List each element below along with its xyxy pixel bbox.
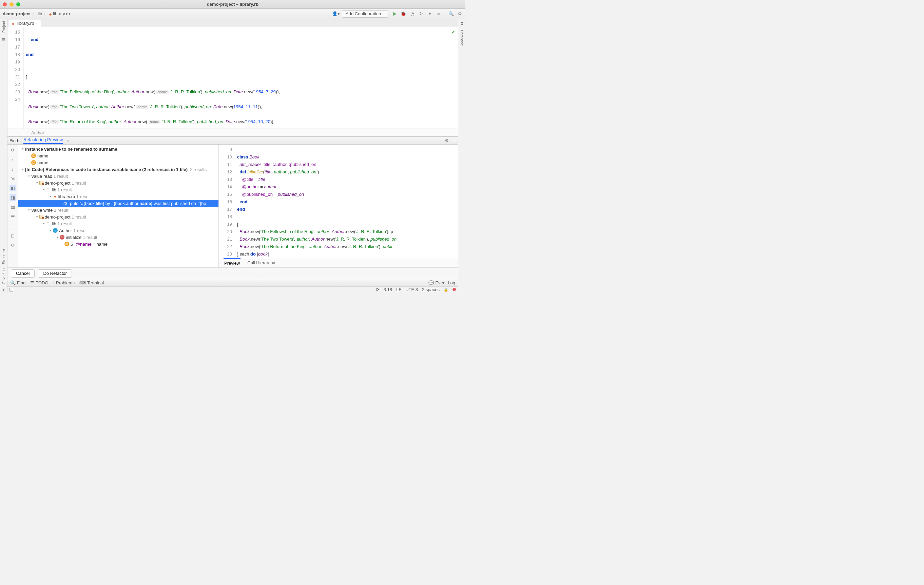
- breadcrumb: demo-project 〉 lib 〉 library.rb: [3, 11, 70, 17]
- footer-bar: ⟳ 3:18 LF UTF-8 2 spaces 🔒: [7, 286, 458, 292]
- folder-icon: 🗀: [46, 221, 51, 226]
- tree-file-read[interactable]: library.rb: [58, 194, 75, 199]
- pin-icon[interactable]: ◻: [10, 232, 16, 239]
- status-bar: 🔍 Find ☰ TODO ! Problems ⌨ Terminal 💬 Ev…: [7, 279, 458, 286]
- tree-project-write[interactable]: demo-project: [45, 215, 71, 220]
- find-minimize-icon[interactable]: —: [452, 138, 456, 143]
- indent-setting[interactable]: 2 spaces: [422, 287, 440, 292]
- run-icon[interactable]: [392, 12, 397, 16]
- editor[interactable]: 15161718192021222324 ✔ end end [ Book.ne…: [7, 27, 458, 129]
- favorites-icon: ★: [2, 288, 5, 292]
- left-tool-strip: Project ▤ Structure Favorites ★: [0, 19, 7, 292]
- sync-icon[interactable]: ⟳: [376, 287, 380, 292]
- cancel-button[interactable]: Cancel: [11, 269, 35, 278]
- tree-author-class[interactable]: Author: [59, 228, 72, 233]
- stop-icon[interactable]: ■: [436, 11, 441, 16]
- file-encoding[interactable]: UTF-8: [405, 287, 418, 292]
- do-refactor-button[interactable]: Do Refactor: [38, 269, 72, 278]
- project-icon: [40, 215, 43, 219]
- editor-tabs: library.rb ×: [7, 19, 458, 27]
- tree-name-item-1[interactable]: name: [37, 154, 48, 159]
- editor-breadcrumb[interactable]: Author: [7, 129, 458, 136]
- readonly-lock-icon[interactable]: 🔒: [444, 288, 449, 292]
- caret-position[interactable]: 3:18: [384, 287, 392, 292]
- tool-settings-icon[interactable]: ⚙: [10, 241, 16, 248]
- inspection-ok-icon[interactable]: ✔: [452, 28, 455, 36]
- settings-icon[interactable]: ⚙: [457, 11, 463, 16]
- main-toolbar: demo-project 〉 lib 〉 library.rb 👤▾ Add C…: [0, 9, 465, 19]
- close-preview-tab-icon[interactable]: ×: [67, 138, 69, 143]
- tree-lib-read[interactable]: lib: [52, 187, 56, 192]
- breadcrumb-project[interactable]: demo-project: [3, 11, 31, 16]
- run-targets-dropdown[interactable]: ▾: [427, 11, 432, 16]
- close-window-icon[interactable]: [3, 2, 7, 7]
- tree-selected-usage[interactable]: 23 puts "#{book.title} by #{book.author.…: [18, 200, 218, 207]
- problems-tool-window-button[interactable]: ! Problems: [53, 280, 74, 285]
- profiler-icon[interactable]: ↻: [418, 11, 424, 16]
- tree-value-read[interactable]: Value read: [31, 174, 52, 179]
- call-hierarchy-tab[interactable]: Call Hierarchy: [247, 259, 276, 267]
- tree-value-write[interactable]: Value write: [31, 208, 53, 213]
- error-indicator-icon[interactable]: [452, 287, 456, 292]
- filter-icon[interactable]: ☰: [10, 213, 16, 220]
- find-tool-window-button[interactable]: 🔍 Find: [10, 280, 25, 285]
- tool-window-quick-access-icon[interactable]: [10, 288, 13, 291]
- ruby-file-icon: ◆: [53, 195, 57, 198]
- editor-gutter: 15161718192021222324: [7, 27, 24, 129]
- tree-lib-write[interactable]: lib: [52, 221, 56, 226]
- favorites-tool-window-button[interactable]: Favorites: [2, 268, 6, 284]
- tree-name-item-2[interactable]: name: [37, 160, 48, 165]
- close-tab-icon[interactable]: ×: [36, 21, 38, 25]
- project-tool-window-button[interactable]: Project: [2, 21, 6, 33]
- tree-initialize-method[interactable]: initialize: [66, 235, 81, 240]
- refactoring-preview-tab[interactable]: Refactoring Preview: [23, 137, 63, 144]
- tree-write-usage[interactable]: 5 @name = name: [71, 241, 107, 247]
- navigate-down-icon[interactable]: ↓: [10, 165, 16, 172]
- database-icon[interactable]: ≣: [460, 21, 464, 26]
- navigate-up-icon[interactable]: ↑: [10, 156, 16, 163]
- preview-tabs: Preview Call Hierarchy: [219, 258, 458, 268]
- right-tool-strip: ≣ Database: [458, 19, 465, 292]
- run-configuration-dropdown[interactable]: Add Configuration...: [342, 10, 388, 18]
- window-title: demo-project – library.rb: [0, 2, 465, 7]
- find-toolbar: ⟳ ↑ ↓ ⇲ ◧ ◨ ▦ ☰ ⬚ ◻ ⚙: [7, 145, 18, 268]
- folder-icon: 🗀: [46, 187, 51, 192]
- find-panel-header: Find: Refactoring Preview × ⚙ —: [7, 136, 458, 145]
- event-log-button[interactable]: 💬 Event Log: [428, 280, 455, 285]
- editor-code[interactable]: ✔ end end [ Book.new( title 'The Fellows…: [24, 27, 458, 129]
- debug-icon[interactable]: 🐞: [401, 11, 406, 16]
- user-switcher-icon[interactable]: 👤▾: [332, 11, 340, 16]
- structure-tool-window-button[interactable]: Structure: [2, 249, 6, 264]
- zoom-window-icon[interactable]: [16, 2, 20, 7]
- window-titlebar: demo-project – library.rb: [0, 0, 465, 9]
- project-files-icon[interactable]: ▤: [2, 36, 5, 41]
- terminal-tool-window-button[interactable]: ⌨ Terminal: [79, 280, 104, 285]
- breadcrumb-folder[interactable]: lib: [38, 11, 42, 16]
- tree-rename-root[interactable]: Instance variable to be renamed to surna…: [25, 147, 117, 152]
- find-settings-icon[interactable]: ⚙: [445, 138, 449, 143]
- project-icon: [40, 181, 43, 185]
- todo-tool-window-button[interactable]: ☰ TODO: [30, 280, 48, 285]
- export-icon[interactable]: ⬚: [10, 223, 16, 230]
- line-separator[interactable]: LF: [396, 287, 401, 292]
- preview-gutter: 9101112131415161718192021222324: [219, 145, 235, 258]
- preview-code[interactable]: class Book attr_reader :title, :author, …: [235, 145, 458, 258]
- preview-usages-icon[interactable]: ▦: [10, 203, 16, 210]
- usages-tree[interactable]: ▾Instance variable to be renamed to surn…: [18, 145, 218, 268]
- group-by-module-icon[interactable]: ◧: [10, 185, 16, 192]
- editor-tab-library-rb[interactable]: library.rb ×: [9, 20, 41, 27]
- coverage-icon[interactable]: ◔: [409, 11, 415, 16]
- group-by-usage-icon[interactable]: ◨: [10, 194, 16, 201]
- search-everywhere-icon[interactable]: 🔍: [449, 11, 454, 16]
- rerun-icon[interactable]: ⟳: [10, 147, 16, 154]
- database-tool-window-button[interactable]: Database: [460, 30, 464, 46]
- preview-pane: 9101112131415161718192021222324 class Bo…: [218, 145, 458, 268]
- find-label: Find:: [10, 138, 19, 143]
- breadcrumb-file[interactable]: library.rb: [49, 11, 70, 16]
- expand-all-icon[interactable]: ⇲: [10, 175, 16, 182]
- tree-code-refs-root[interactable]: [In Code] References in code to instance…: [25, 167, 188, 172]
- preview-tab[interactable]: Preview: [224, 258, 241, 268]
- refactor-button-bar: Cancel Do Refactor: [7, 268, 458, 279]
- minimize-window-icon[interactable]: [10, 2, 13, 7]
- tree-project-read[interactable]: demo-project: [45, 180, 71, 186]
